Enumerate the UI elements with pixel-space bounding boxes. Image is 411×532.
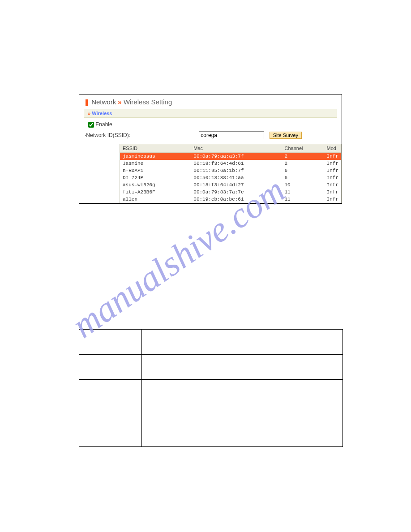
cell-channel: 10 [282, 181, 324, 189]
table-row [79, 354, 343, 379]
cell-mode: Infr [324, 181, 341, 189]
col-channel: Channel [282, 144, 324, 153]
cell-channel: 11 [282, 196, 324, 203]
table-row [79, 379, 343, 446]
cell-essid: DI-724P [120, 174, 191, 181]
table-row[interactable]: asus-wl520g00:18:f3:64:4d:2710Infr [120, 181, 341, 189]
enable-label: Enable [95, 121, 112, 128]
doc-empty-table [79, 329, 343, 447]
col-mode: Mod [324, 144, 341, 153]
cell-mode: Infr [324, 174, 341, 181]
enable-row: Enable [79, 120, 342, 129]
section-title: Network » Wireless Setting [79, 94, 342, 107]
chevron-right-icon: » [118, 98, 121, 106]
page: Network » Wireless Setting » Wireless En… [0, 94, 411, 447]
cell-channel: 2 [282, 152, 324, 160]
cell-channel: 6 [282, 167, 324, 174]
sub-header: » Wireless [84, 109, 337, 118]
cell-essid: n-RDAP1 [120, 167, 191, 174]
breadcrumb-network: Network [91, 98, 116, 106]
cell-essid: asus-wl520g [120, 181, 191, 189]
cell-channel: 2 [282, 160, 324, 167]
table-row[interactable]: fiti-A2BB6F00:0a:79:83:7a:7e11Infr [120, 189, 341, 196]
survey-table: ESSID Mac Channel Mod jasmineasus00:0a:7… [120, 144, 341, 203]
accent-bar-icon [86, 99, 88, 106]
table-row[interactable]: n-RDAP100:11:95:6a:1b:7f6Infr [120, 167, 341, 174]
cell-mac: 00:18:f3:64:4d:61 [191, 160, 282, 167]
table-header-row: ESSID Mac Channel Mod [120, 144, 341, 153]
table-row[interactable]: allen00:19:cb:0a:bc:6111Infr [120, 196, 341, 203]
cell-mac: 00:50:18:38:41:aa [191, 174, 282, 181]
col-essid: ESSID [120, 144, 191, 153]
cell-mode: Infr [324, 196, 341, 203]
router-screenshot: Network » Wireless Setting » Wireless En… [79, 94, 342, 204]
cell-channel: 11 [282, 189, 324, 196]
ssid-row: ·Network ID(SSID): Site Survey [79, 129, 342, 144]
survey-table-wrap: ESSID Mac Channel Mod jasmineasus00:0a:7… [120, 144, 342, 203]
cell-mac: 00:18:f3:64:4d:27 [191, 181, 282, 189]
cell-mac: 00:0a:79:83:7a:7e [191, 189, 282, 196]
cell-essid: allen [120, 196, 191, 203]
ssid-input[interactable] [199, 131, 264, 139]
cell-channel: 6 [282, 174, 324, 181]
cell-mode: Infr [324, 152, 341, 160]
cell-essid: fiti-A2BB6F [120, 189, 191, 196]
table-row [79, 329, 343, 354]
enable-checkbox[interactable] [88, 122, 94, 128]
breadcrumb-wireless-setting: Wireless Setting [124, 98, 172, 106]
cell-mac: 00:11:95:6a:1b:7f [191, 167, 282, 174]
cell-mode: Infr [324, 189, 341, 196]
site-survey-button[interactable]: Site Survey [270, 132, 302, 139]
chevron-right-icon: » [88, 111, 90, 116]
col-mac: Mac [191, 144, 282, 153]
cell-mode: Infr [324, 167, 341, 174]
cell-mode: Infr [324, 160, 341, 167]
cell-mac: 00:0a:79:aa:a3:7f [191, 152, 282, 160]
cell-mac: 00:19:cb:0a:bc:61 [191, 196, 282, 203]
table-row[interactable]: jasmineasus00:0a:79:aa:a3:7f2Infr [120, 152, 341, 160]
table-row[interactable]: DI-724P00:50:18:38:41:aa6Infr [120, 174, 341, 181]
cell-essid: Jasmine [120, 160, 191, 167]
ssid-label: ·Network ID(SSID): [81, 132, 197, 138]
wireless-link[interactable]: Wireless [92, 111, 112, 116]
table-row[interactable]: Jasmine00:18:f3:64:4d:612Infr [120, 160, 341, 167]
cell-essid: jasmineasus [120, 152, 191, 160]
